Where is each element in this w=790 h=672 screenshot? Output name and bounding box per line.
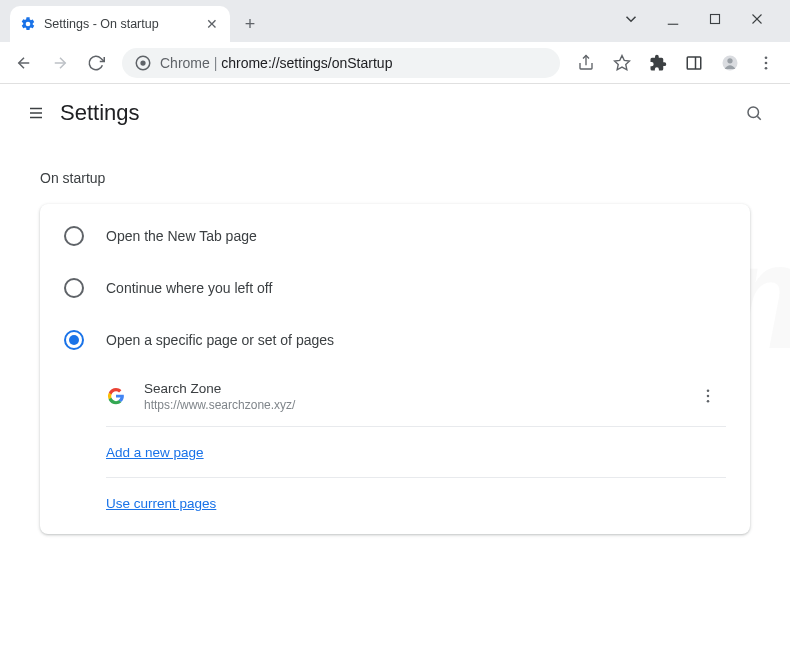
window-titlebar: Settings - On startup ✕ + bbox=[0, 0, 790, 42]
use-current-pages-link[interactable]: Use current pages bbox=[106, 496, 216, 511]
use-current-row: Use current pages bbox=[106, 478, 726, 528]
forward-button[interactable] bbox=[44, 47, 76, 79]
chevron-down-icon[interactable] bbox=[622, 10, 640, 28]
google-favicon-icon bbox=[106, 386, 126, 406]
svg-point-15 bbox=[765, 61, 768, 64]
svg-line-21 bbox=[757, 116, 760, 119]
svg-point-16 bbox=[765, 66, 768, 69]
close-window-icon[interactable] bbox=[748, 10, 766, 28]
option-label: Open a specific page or set of pages bbox=[106, 332, 334, 348]
settings-content: On startup Open the New Tab page Continu… bbox=[0, 142, 790, 542]
section-title: On startup bbox=[40, 170, 750, 186]
svg-point-24 bbox=[707, 400, 710, 403]
window-controls bbox=[622, 0, 786, 42]
add-page-link[interactable]: Add a new page bbox=[106, 445, 204, 460]
svg-point-14 bbox=[765, 56, 768, 59]
option-label: Open the New Tab page bbox=[106, 228, 257, 244]
svg-point-23 bbox=[707, 395, 710, 398]
add-page-row: Add a new page bbox=[106, 427, 726, 478]
reload-button[interactable] bbox=[80, 47, 112, 79]
bookmark-icon[interactable] bbox=[606, 47, 638, 79]
startup-page-item: Search Zone https://www.searchzone.xyz/ bbox=[106, 366, 726, 427]
tab-title: Settings - On startup bbox=[44, 17, 196, 31]
radio-unchecked-icon bbox=[64, 278, 84, 298]
minimize-icon[interactable] bbox=[664, 10, 682, 28]
address-bar[interactable]: Chrome | chrome://settings/onStartup bbox=[122, 48, 560, 78]
startup-page-url: https://www.searchzone.xyz/ bbox=[144, 398, 690, 412]
search-icon[interactable] bbox=[734, 93, 774, 133]
chrome-icon bbox=[134, 54, 152, 72]
startup-page-name: Search Zone bbox=[144, 381, 690, 396]
option-label: Continue where you left off bbox=[106, 280, 272, 296]
startup-pages-list: Search Zone https://www.searchzone.xyz/ … bbox=[40, 366, 750, 528]
menu-icon[interactable] bbox=[16, 93, 56, 133]
settings-header: Settings bbox=[0, 84, 790, 142]
settings-gear-icon bbox=[20, 16, 36, 32]
browser-toolbar: Chrome | chrome://settings/onStartup bbox=[0, 42, 790, 84]
svg-point-22 bbox=[707, 389, 710, 392]
startup-options-card: Open the New Tab page Continue where you… bbox=[40, 204, 750, 534]
profile-icon[interactable] bbox=[714, 47, 746, 79]
back-button[interactable] bbox=[8, 47, 40, 79]
option-continue[interactable]: Continue where you left off bbox=[40, 262, 750, 314]
maximize-icon[interactable] bbox=[706, 10, 724, 28]
radio-checked-icon bbox=[64, 330, 84, 350]
radio-unchecked-icon bbox=[64, 226, 84, 246]
extensions-icon[interactable] bbox=[642, 47, 674, 79]
svg-point-20 bbox=[748, 107, 759, 118]
browser-menu-icon[interactable] bbox=[750, 47, 782, 79]
page-title: Settings bbox=[60, 100, 734, 126]
svg-rect-1 bbox=[711, 15, 720, 24]
close-tab-icon[interactable]: ✕ bbox=[204, 16, 220, 32]
share-icon[interactable] bbox=[570, 47, 602, 79]
browser-tab[interactable]: Settings - On startup ✕ bbox=[10, 6, 230, 42]
omnibox-text: Chrome | chrome://settings/onStartup bbox=[160, 55, 548, 71]
option-specific-pages[interactable]: Open a specific page or set of pages bbox=[40, 314, 750, 366]
svg-marker-9 bbox=[615, 55, 630, 69]
page-more-icon[interactable] bbox=[690, 378, 726, 414]
svg-point-7 bbox=[140, 60, 145, 65]
svg-point-13 bbox=[727, 58, 732, 63]
sidepanel-icon[interactable] bbox=[678, 47, 710, 79]
option-open-newtab[interactable]: Open the New Tab page bbox=[40, 210, 750, 262]
svg-rect-10 bbox=[687, 57, 701, 69]
new-tab-button[interactable]: + bbox=[236, 10, 264, 38]
